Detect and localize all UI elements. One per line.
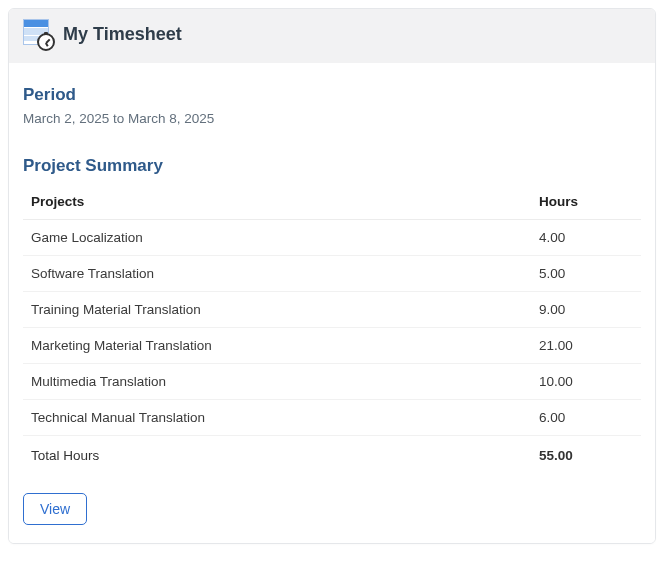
table-row: Marketing Material Translation 21.00 [23, 328, 641, 364]
cell-project: Training Material Translation [23, 292, 531, 328]
project-summary-table: Projects Hours Game Localization 4.00 So… [23, 184, 641, 473]
summary-label: Project Summary [23, 156, 641, 176]
cell-hours: 9.00 [531, 292, 641, 328]
timesheet-card: My Timesheet Period March 2, 2025 to Mar… [8, 8, 656, 544]
view-button[interactable]: View [23, 493, 87, 525]
table-row: Training Material Translation 9.00 [23, 292, 641, 328]
col-hours: Hours [531, 184, 641, 220]
cell-hours: 6.00 [531, 400, 641, 436]
period-label: Period [23, 85, 641, 105]
col-projects: Projects [23, 184, 531, 220]
total-label: Total Hours [23, 436, 531, 474]
cell-hours: 5.00 [531, 256, 641, 292]
table-row: Technical Manual Translation 6.00 [23, 400, 641, 436]
period-range: March 2, 2025 to March 8, 2025 [23, 111, 641, 126]
cell-project: Technical Manual Translation [23, 400, 531, 436]
cell-hours: 21.00 [531, 328, 641, 364]
page-title: My Timesheet [63, 24, 182, 45]
table-row: Multimedia Translation 10.00 [23, 364, 641, 400]
timesheet-icon [23, 19, 53, 49]
cell-project: Multimedia Translation [23, 364, 531, 400]
card-body: Period March 2, 2025 to March 8, 2025 Pr… [9, 63, 655, 543]
cell-project: Software Translation [23, 256, 531, 292]
actions-row: View [23, 493, 641, 525]
cell-hours: 4.00 [531, 220, 641, 256]
table-header-row: Projects Hours [23, 184, 641, 220]
total-hours: 55.00 [531, 436, 641, 474]
cell-hours: 10.00 [531, 364, 641, 400]
cell-project: Marketing Material Translation [23, 328, 531, 364]
card-header: My Timesheet [9, 9, 655, 63]
table-row: Game Localization 4.00 [23, 220, 641, 256]
table-row: Software Translation 5.00 [23, 256, 641, 292]
cell-project: Game Localization [23, 220, 531, 256]
table-total-row: Total Hours 55.00 [23, 436, 641, 474]
